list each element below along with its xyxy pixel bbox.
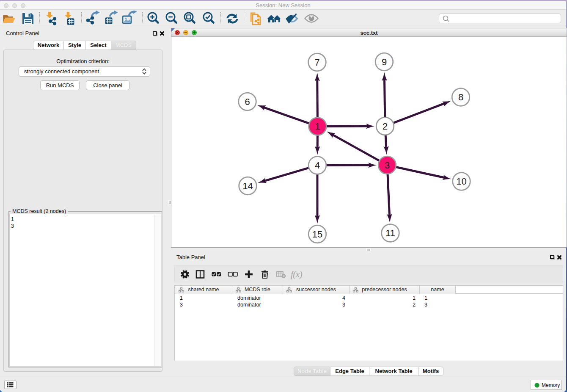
svg-text:dm-interaction: dm-interaction [316, 138, 318, 146]
svg-text:dm-interaction: dm-interaction [388, 199, 391, 207]
svg-text:10: 10 [456, 176, 466, 187]
svg-text:3: 3 [385, 160, 390, 171]
svg-text:15: 15 [312, 229, 322, 240]
svg-text:dm-interaction: dm-interaction [317, 200, 319, 207]
svg-text:9: 9 [382, 57, 387, 67]
svg-text:dm-interaction: dm-interaction [351, 125, 359, 127]
svg-text:11: 11 [385, 228, 395, 238]
svg-text:dm-interaction: dm-interaction [384, 94, 386, 102]
svg-text:2: 2 [383, 121, 388, 132]
svg-text:8: 8 [458, 92, 463, 102]
svg-text:4: 4 [315, 160, 320, 171]
svg-text:14: 14 [242, 181, 253, 191]
svg-text:dm-interaction: dm-interaction [317, 94, 319, 102]
svg-text:6: 6 [245, 97, 250, 107]
svg-text:dm-interaction: dm-interaction [352, 164, 360, 166]
svg-text:1: 1 [315, 121, 320, 132]
svg-text:7: 7 [314, 57, 319, 68]
